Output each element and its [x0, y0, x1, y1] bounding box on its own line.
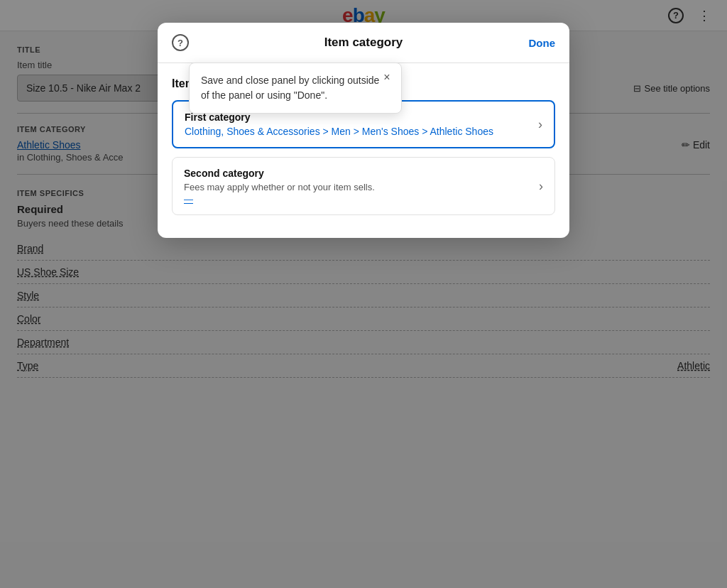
- modal-title: Item category: [324, 36, 403, 50]
- second-category-sub: Fees may apply whether or not your item …: [184, 182, 375, 192]
- tooltip-box: × Save and close panel by clicking outsi…: [189, 62, 402, 114]
- modal-help-icon[interactable]: ?: [172, 34, 189, 51]
- item-category-modal: ? Item category Done × Save and close pa…: [158, 23, 569, 238]
- second-category-label: Second category: [184, 168, 375, 179]
- first-category-value: Clothing, Shoes & Accessories > Men > Me…: [185, 126, 493, 137]
- tooltip-text: Save and close panel by clicking outside…: [201, 75, 379, 101]
- second-category-chevron-icon: ›: [539, 179, 543, 194]
- first-category-info: First category Clothing, Shoes & Accesso…: [185, 111, 493, 137]
- modal-done-button[interactable]: Done: [529, 37, 556, 49]
- first-category-chevron-icon: ›: [538, 117, 542, 132]
- second-category-link[interactable]: —: [184, 194, 375, 205]
- second-category-info: Second category Fees may apply whether o…: [184, 168, 375, 205]
- modal-header: ? Item category Done: [158, 23, 569, 63]
- tooltip-close-button[interactable]: ×: [380, 70, 394, 85]
- second-category-row[interactable]: Second category Fees may apply whether o…: [172, 157, 555, 215]
